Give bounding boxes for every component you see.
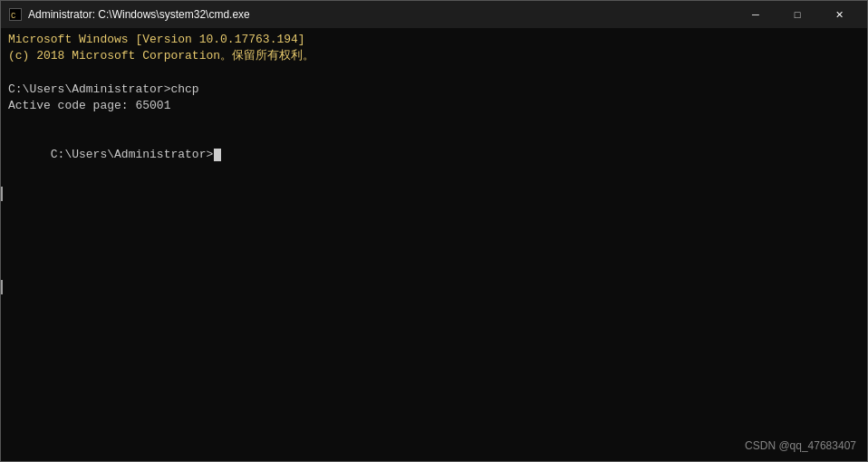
title-bar: C Administrator: C:\Windows\system32\cmd… [1, 1, 867, 28]
close-button[interactable]: ✕ [818, 1, 860, 28]
window-title: Administrator: C:\Windows\system32\cmd.e… [28, 8, 250, 21]
minimize-button[interactable]: ─ [735, 1, 776, 28]
maximize-button[interactable]: □ [776, 1, 818, 28]
terminal-body[interactable]: Microsoft Windows [Version 10.0.17763.19… [1, 28, 867, 461]
terminal-line-2: (c) 2018 Microsoft Corporation。保留所有权利。 [8, 48, 860, 64]
prompt-text: C:\Users\Administrator> [51, 148, 213, 161]
cursor [214, 149, 221, 161]
watermark: CSDN @qq_47683407 [745, 438, 856, 454]
cmd-icon: C [8, 7, 23, 22]
terminal-line-1: Microsoft Windows [Version 10.0.17763.19… [8, 32, 860, 48]
terminal-prompt: C:\Users\Administrator> [8, 130, 860, 180]
svg-text:C: C [11, 12, 16, 20]
cmd-window: C Administrator: C:\Windows\system32\cmd… [0, 0, 868, 462]
terminal-line-6 [8, 114, 860, 130]
selection-indicator-1 [1, 187, 3, 201]
title-bar-left: C Administrator: C:\Windows\system32\cmd… [8, 7, 250, 22]
terminal-line-3 [8, 64, 860, 81]
terminal-line-5: Active code page: 65001 [8, 98, 860, 114]
selection-indicator-2 [1, 280, 3, 294]
terminal-line-4: C:\Users\Administrator>chcp [8, 82, 860, 98]
title-bar-controls: ─ □ ✕ [735, 1, 860, 28]
